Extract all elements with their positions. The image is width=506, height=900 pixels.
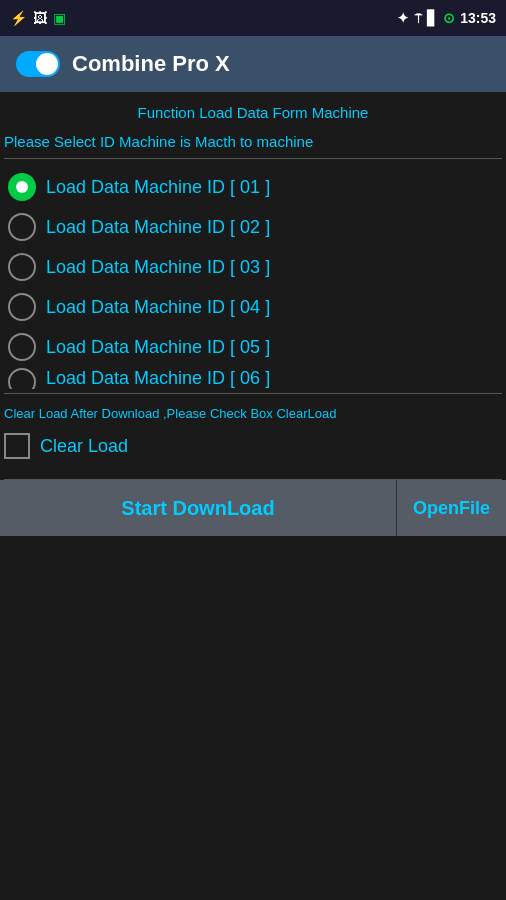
radio-item-04[interactable]: Load Data Machine ID [ 04 ] bbox=[4, 287, 502, 327]
wifi-icon: ⍑ bbox=[414, 10, 422, 26]
radio-label-04: Load Data Machine ID [ 04 ] bbox=[46, 297, 270, 318]
status-left-icons: ⚡ 🖼 ▣ bbox=[10, 10, 66, 26]
buttons-row: Start DownLoad OpenFile bbox=[0, 480, 506, 536]
radio-item-02[interactable]: Load Data Machine ID [ 02 ] bbox=[4, 207, 502, 247]
title-bar: Combine Pro X bbox=[0, 36, 506, 92]
radio-circle-06[interactable] bbox=[8, 368, 36, 389]
radio-item-01[interactable]: Load Data Machine ID [ 01 ] bbox=[4, 167, 502, 207]
clear-load-section: Clear Load After Download ,Please Check … bbox=[0, 402, 506, 463]
start-download-button[interactable]: Start DownLoad bbox=[0, 480, 396, 536]
divider-1 bbox=[4, 158, 502, 159]
radio-label-03: Load Data Machine ID [ 03 ] bbox=[46, 257, 270, 278]
image-icon: 🖼 bbox=[33, 10, 47, 26]
clear-load-checkbox[interactable] bbox=[4, 433, 30, 459]
usb-icon: ⚡ bbox=[10, 10, 27, 26]
signal-icon: ▋ bbox=[427, 10, 438, 26]
open-file-button[interactable]: OpenFile bbox=[396, 480, 506, 536]
radio-list: Load Data Machine ID [ 01 ] Load Data Ma… bbox=[0, 167, 506, 389]
divider-2 bbox=[4, 393, 502, 394]
radio-item-05[interactable]: Load Data Machine ID [ 05 ] bbox=[4, 327, 502, 367]
app-title: Combine Pro X bbox=[72, 51, 230, 77]
battery-icon: ⊙ bbox=[443, 10, 455, 26]
toggle-switch[interactable] bbox=[16, 51, 60, 77]
radio-item-06-partial[interactable]: Load Data Machine ID [ 06 ] bbox=[4, 367, 502, 389]
radio-circle-04[interactable] bbox=[8, 293, 36, 321]
clear-load-desc: Clear Load After Download ,Please Check … bbox=[4, 402, 502, 429]
section-title: Function Load Data Form Machine bbox=[0, 92, 506, 129]
time-display: 13:53 bbox=[460, 10, 496, 26]
bluetooth-icon: ✦ bbox=[397, 10, 409, 26]
select-label: Please Select ID Machine is Macth to mac… bbox=[0, 129, 506, 158]
radio-circle-03[interactable] bbox=[8, 253, 36, 281]
clear-load-label: Clear Load bbox=[40, 436, 128, 457]
status-right-icons: ✦ ⍑ ▋ ⊙ 13:53 bbox=[397, 10, 496, 26]
radio-circle-05[interactable] bbox=[8, 333, 36, 361]
status-bar: ⚡ 🖼 ▣ ✦ ⍑ ▋ ⊙ 13:53 bbox=[0, 0, 506, 36]
line-icon: ▣ bbox=[53, 10, 66, 26]
radio-label-01: Load Data Machine ID [ 01 ] bbox=[46, 177, 270, 198]
radio-label-02: Load Data Machine ID [ 02 ] bbox=[46, 217, 270, 238]
checkbox-row[interactable]: Clear Load bbox=[4, 429, 502, 463]
radio-circle-02[interactable] bbox=[8, 213, 36, 241]
main-content: Function Load Data Form Machine Please S… bbox=[0, 92, 506, 900]
radio-label-05: Load Data Machine ID [ 05 ] bbox=[46, 337, 270, 358]
radio-circle-01[interactable] bbox=[8, 173, 36, 201]
radio-label-06: Load Data Machine ID [ 06 ] bbox=[46, 368, 270, 389]
bottom-space bbox=[0, 536, 506, 900]
radio-item-03[interactable]: Load Data Machine ID [ 03 ] bbox=[4, 247, 502, 287]
